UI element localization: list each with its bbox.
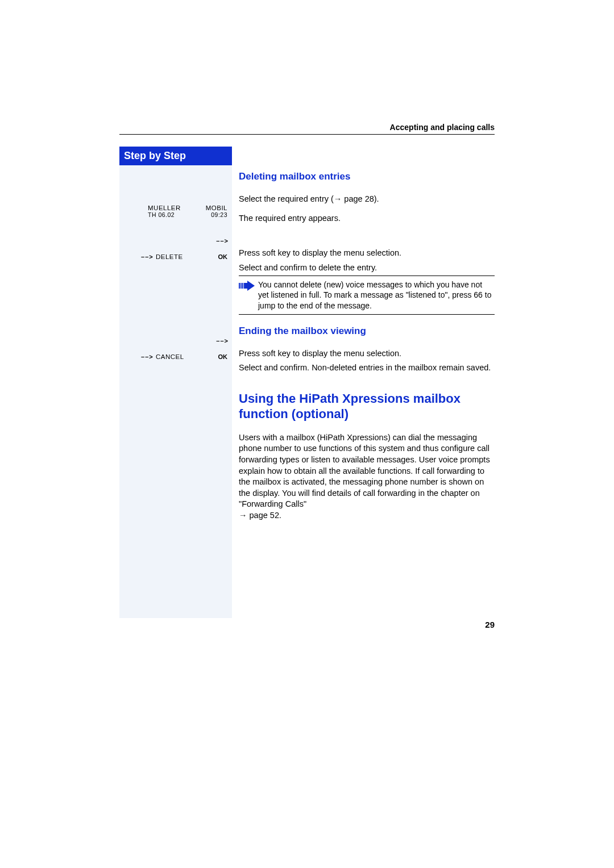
heading-hipath-mailbox: Using the HiPath Xpressions mailbox func… — [239, 391, 495, 422]
arrow-prefix-icon: – – > — [141, 253, 152, 261]
phone-display-time: 09:23 — [211, 211, 227, 218]
display-option-cancel: CANCEL — [156, 353, 184, 362]
instruction-entry-appears: The required entry appears. — [239, 213, 495, 224]
ok-key-label: OK — [218, 353, 228, 361]
manual-page: Accepting and placing calls Step by Step… — [0, 0, 614, 868]
step-by-step-title: Step by Step — [119, 147, 232, 165]
svg-marker-4 — [247, 281, 255, 291]
note-box: You cannot delete (new) voice messages t… — [239, 276, 495, 315]
svg-rect-2 — [242, 283, 243, 289]
ok-key-label: OK — [218, 253, 228, 261]
phone-display-type: MOBIL — [206, 205, 227, 211]
svg-rect-3 — [244, 283, 247, 289]
softkey-arrow-icon: – – > — [216, 337, 227, 345]
instruction-confirm-end: Select and confirm. Non-deleted entries … — [239, 362, 495, 374]
instruction-confirm-delete: Select and confirm to delete the entry. — [239, 262, 495, 274]
page-ref-arrow-icon: → — [239, 511, 247, 520]
page-ref-arrow-icon: → — [334, 194, 342, 203]
phone-display-name: MUELLER — [148, 205, 181, 211]
display-option-delete: DELETE — [156, 253, 183, 262]
arrow-prefix-icon: – – > — [141, 353, 152, 361]
text-fragment: Users with a mailbox (HiPath Xpressions)… — [239, 433, 490, 508]
text-fragment: Select the required entry ( — [239, 194, 334, 203]
note-text: You cannot delete (new) voice messages t… — [258, 279, 495, 311]
note-icon — [239, 279, 258, 311]
svg-rect-1 — [240, 283, 242, 289]
content-columns: Step by Step MUELLER MOBIL TH 06.02 09:2… — [119, 147, 495, 618]
softkey-arrow-icon: – – > — [216, 237, 227, 245]
page-ref-link[interactable]: page 28). — [342, 194, 379, 203]
instruction-press-softkey-2: Press soft key to display the menu selec… — [239, 348, 495, 360]
instruction-select-entry: Select the required entry (→ page 28). — [239, 194, 495, 205]
svg-rect-0 — [239, 283, 240, 289]
page-ref-link[interactable]: page 52. — [247, 511, 281, 520]
phone-display-date: TH 06.02 — [148, 211, 175, 218]
hipath-body: Users with a mailbox (HiPath Xpressions)… — [239, 432, 495, 521]
page-number: 29 — [485, 620, 495, 629]
instruction-press-softkey: Press soft key to display the menu selec… — [239, 248, 495, 259]
body-column: Deleting mailbox entries Select the requ… — [232, 147, 495, 618]
header-rule — [119, 134, 495, 135]
heading-ending-mailbox: Ending the mailbox viewing — [239, 325, 495, 338]
heading-deleting-mailbox: Deleting mailbox entries — [239, 170, 495, 183]
step-by-step-column: Step by Step MUELLER MOBIL TH 06.02 09:2… — [119, 147, 232, 618]
phone-display: MUELLER MOBIL TH 06.02 09:23 — [148, 205, 227, 218]
running-header: Accepting and placing calls — [390, 123, 495, 132]
